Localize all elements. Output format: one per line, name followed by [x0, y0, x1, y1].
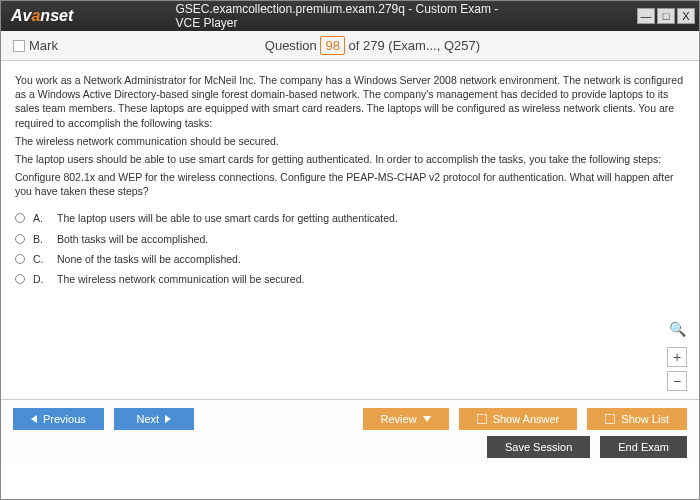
- show-list-label: Show List: [621, 413, 669, 425]
- zoom-in-button[interactable]: +: [667, 347, 687, 367]
- minimize-button[interactable]: —: [637, 8, 655, 24]
- footer-toolbar: Previous Next Review Show Answer Show Li…: [1, 399, 699, 466]
- footer-row-2: Save Session End Exam: [13, 436, 687, 458]
- question-number: 98: [320, 36, 344, 55]
- option-text: The wireless network communication will …: [57, 272, 304, 286]
- chevron-right-icon: [165, 415, 171, 423]
- maximize-button[interactable]: □: [657, 8, 675, 24]
- show-answer-button[interactable]: Show Answer: [459, 408, 578, 430]
- answer-option[interactable]: C. None of the tasks will be accomplishe…: [15, 249, 685, 269]
- chevron-down-icon: [423, 416, 431, 422]
- mark-checkbox[interactable]: [13, 40, 25, 52]
- question-paragraph: The laptop users should be able to use s…: [15, 152, 685, 166]
- answer-option[interactable]: B. Both tasks will be accomplished.: [15, 229, 685, 249]
- option-text: The laptop users will be able to use sma…: [57, 211, 398, 225]
- titlebar: Avanset GSEC.examcollection.premium.exam…: [1, 1, 699, 31]
- show-list-button[interactable]: Show List: [587, 408, 687, 430]
- action-group: Review Show Answer Show List: [363, 408, 687, 430]
- option-text: None of the tasks will be accomplished.: [57, 252, 241, 266]
- mark-toggle[interactable]: Mark: [13, 38, 58, 53]
- checkbox-icon: [605, 414, 615, 424]
- option-letter: C.: [33, 252, 49, 266]
- previous-label: Previous: [43, 413, 86, 425]
- radio-icon[interactable]: [15, 234, 25, 244]
- zoom-controls: 🔍 + −: [667, 320, 687, 391]
- end-exam-button[interactable]: End Exam: [600, 436, 687, 458]
- window-title: GSEC.examcollection.premium.exam.279q - …: [176, 2, 525, 30]
- option-letter: D.: [33, 272, 49, 286]
- option-text: Both tasks will be accomplished.: [57, 232, 208, 246]
- answer-options: A. The laptop users will be able to use …: [15, 208, 685, 289]
- radio-icon[interactable]: [15, 213, 25, 223]
- option-letter: B.: [33, 232, 49, 246]
- question-paragraph: You work as a Network Administrator for …: [15, 73, 685, 130]
- close-button[interactable]: X: [677, 8, 695, 24]
- logo-text-post: nset: [40, 7, 73, 24]
- magnify-icon[interactable]: 🔍: [669, 320, 686, 339]
- chevron-left-icon: [31, 415, 37, 423]
- footer-row-1: Previous Next Review Show Answer Show Li…: [13, 408, 687, 430]
- radio-icon[interactable]: [15, 254, 25, 264]
- question-content: You work as a Network Administrator for …: [1, 61, 699, 399]
- app-logo: Avanset: [11, 7, 73, 25]
- answer-option[interactable]: A. The laptop users will be able to use …: [15, 208, 685, 228]
- question-header: Mark Question 98 of 279 (Exam..., Q257): [1, 31, 699, 61]
- next-button[interactable]: Next: [114, 408, 194, 430]
- question-word: Question: [265, 38, 317, 53]
- review-button[interactable]: Review: [363, 408, 449, 430]
- question-paragraph: The wireless network communication shoul…: [15, 134, 685, 148]
- review-label: Review: [381, 413, 417, 425]
- answer-option[interactable]: D. The wireless network communication wi…: [15, 269, 685, 289]
- save-session-button[interactable]: Save Session: [487, 436, 590, 458]
- previous-button[interactable]: Previous: [13, 408, 104, 430]
- radio-icon[interactable]: [15, 274, 25, 284]
- session-group: Save Session End Exam: [487, 436, 687, 458]
- logo-text-pre: Av: [11, 7, 31, 24]
- zoom-out-button[interactable]: −: [667, 371, 687, 391]
- question-paragraph: Configure 802.1x and WEP for the wireles…: [15, 170, 685, 198]
- show-answer-label: Show Answer: [493, 413, 560, 425]
- checkbox-icon: [477, 414, 487, 424]
- window-controls: — □ X: [637, 8, 695, 24]
- question-counter: Question 98 of 279 (Exam..., Q257): [58, 38, 687, 53]
- next-label: Next: [136, 413, 159, 425]
- option-letter: A.: [33, 211, 49, 225]
- question-total: of 279 (Exam..., Q257): [349, 38, 481, 53]
- nav-group: Previous Next: [13, 408, 194, 430]
- mark-label: Mark: [29, 38, 58, 53]
